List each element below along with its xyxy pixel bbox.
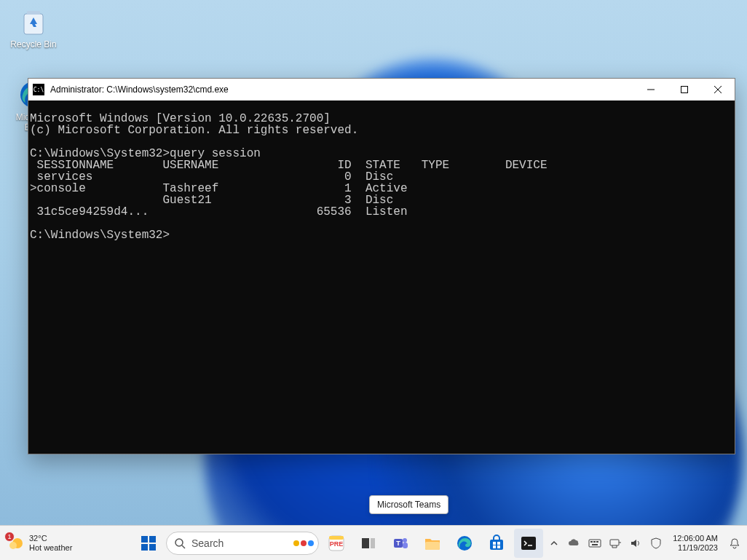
taskbar-task-view[interactable] [354, 529, 383, 558]
weather-badge: 1 [4, 532, 15, 542]
svg-rect-10 [149, 536, 156, 543]
terminal-body[interactable]: Microsoft Windows [Version 10.0.22635.27… [28, 100, 735, 454]
search-placeholder: Search [191, 537, 224, 549]
weather-icon: 1 [7, 535, 25, 552]
desktop-icon-recycle-bin[interactable]: Recycle Bin [6, 6, 61, 50]
svg-line-14 [182, 545, 185, 548]
tray-overflow[interactable] [548, 537, 561, 550]
taskbar-app-terminal[interactable] [514, 529, 543, 558]
taskbar-search[interactable]: Search [166, 532, 319, 555]
tray-network-icon[interactable] [609, 537, 622, 550]
close-button[interactable] [701, 79, 735, 100]
weather-temp: 32°C [29, 534, 72, 543]
maximize-button[interactable] [668, 79, 701, 100]
svg-text:PRE: PRE [330, 540, 344, 548]
cmd-icon: C:\ [33, 84, 44, 95]
svg-rect-31 [521, 537, 536, 550]
teams-icon: T [392, 535, 409, 552]
svg-rect-38 [610, 540, 619, 545]
svg-rect-29 [493, 545, 496, 548]
svg-rect-27 [493, 542, 496, 545]
svg-point-13 [175, 539, 183, 546]
svg-point-8 [9, 542, 17, 549]
tray-volume-icon[interactable] [629, 537, 642, 550]
svg-text:T: T [396, 540, 400, 547]
terminal-line: C:\Windows\System32> [30, 229, 170, 242]
svg-rect-26 [490, 540, 503, 550]
taskbar-app-powertoys[interactable]: PRE [322, 529, 351, 558]
tray-time: 12:06:00 AM [673, 534, 718, 543]
taskbar: 1 32°C Hot weather Search [0, 525, 747, 560]
powertoys-icon: PRE [327, 534, 346, 553]
taskbar-app-edge[interactable] [450, 529, 479, 558]
taskbar-weather[interactable]: 1 32°C Hot weather [7, 534, 72, 553]
windows-logo-icon [140, 535, 157, 552]
tray-onedrive-icon[interactable] [568, 537, 581, 550]
svg-point-22 [403, 538, 407, 543]
taskbar-tooltip: Microsoft Teams [369, 495, 448, 514]
terminal-line: (c) Microsoft Corporation. All rights re… [30, 124, 358, 137]
svg-rect-33 [589, 540, 601, 547]
svg-rect-30 [497, 545, 500, 548]
svg-rect-24 [425, 542, 440, 550]
svg-rect-37 [592, 544, 598, 545]
svg-rect-34 [590, 541, 593, 543]
desktop-icon-label: Recycle Bin [6, 39, 61, 50]
svg-rect-28 [497, 542, 500, 545]
svg-rect-19 [371, 538, 375, 548]
search-highlight-icon [293, 540, 314, 546]
edge-icon [456, 535, 473, 552]
taskbar-app-store[interactable] [482, 529, 511, 558]
cmd-window: C:\ Administrator: C:\Windows\system32\c… [28, 78, 735, 454]
svg-rect-12 [149, 544, 156, 551]
window-title: Administrator: C:\Windows\system32\cmd.e… [50, 84, 634, 95]
task-view-icon [360, 535, 376, 551]
minimize-button[interactable] [634, 79, 668, 100]
terminal-icon [520, 535, 537, 552]
start-button[interactable] [134, 529, 163, 558]
weather-desc: Hot weather [29, 543, 72, 553]
svg-rect-9 [141, 536, 148, 543]
tray-input-icon[interactable] [588, 537, 601, 550]
svg-rect-36 [596, 541, 598, 543]
svg-rect-11 [141, 544, 148, 551]
tray-clock[interactable]: 12:06:00 AM 11/19/2023 [670, 534, 721, 553]
terminal-line: 31c5ce94259d4... 65536 Listen [30, 205, 407, 218]
search-icon [174, 537, 186, 549]
svg-rect-23 [403, 543, 408, 548]
svg-rect-1 [27, 11, 40, 15]
svg-rect-17 [329, 536, 344, 540]
svg-rect-35 [593, 541, 596, 543]
tray-security-icon[interactable] [649, 537, 663, 550]
svg-rect-18 [362, 538, 369, 548]
recycle-bin-icon [17, 6, 50, 38]
titlebar[interactable]: C:\ Administrator: C:\Windows\system32\c… [28, 79, 735, 100]
taskbar-app-teams[interactable]: T [386, 529, 415, 558]
store-icon [488, 535, 505, 552]
file-explorer-icon [424, 535, 441, 552]
svg-rect-4 [681, 87, 688, 93]
system-tray: 12:06:00 AM 11/19/2023 [548, 534, 747, 553]
taskbar-app-explorer[interactable] [418, 529, 447, 558]
tray-date: 11/19/2023 [678, 543, 718, 553]
tray-notifications-icon[interactable] [728, 537, 741, 550]
